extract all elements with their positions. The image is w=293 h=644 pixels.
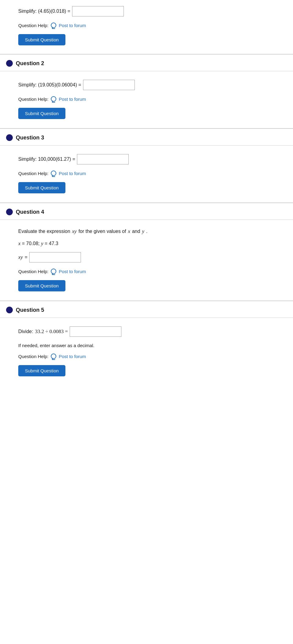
post-to-forum-link-4[interactable]: Post to forum (59, 269, 86, 274)
question-4-input[interactable] (29, 252, 81, 262)
question-3-help: Question Help: Post to forum (18, 171, 275, 176)
question-3-title: Question 3 (16, 135, 44, 141)
question-5-math-line: Divide: 33.2 ÷ 0.0083 = (18, 326, 275, 337)
question-5-dot (6, 307, 13, 313)
question-block-3: Question 3 Simplify: 100,000(61.27) = Qu… (0, 128, 293, 202)
submit-button-3[interactable]: Submit Question (18, 182, 65, 193)
question-4-dot (6, 209, 13, 215)
question-4-text-3: and (132, 229, 140, 234)
question-4-body-container: Evaluate the expression xy for the given… (0, 220, 293, 301)
question-2-input[interactable] (83, 80, 135, 90)
help-label-2: Question Help: (18, 97, 48, 102)
question-2-header: Question 2 (0, 55, 293, 71)
submit-button-1[interactable]: Submit Question (18, 34, 65, 45)
question-1-input[interactable] (72, 6, 124, 16)
submit-button-4[interactable]: Submit Question (18, 280, 65, 291)
help-label-4: Question Help: (18, 269, 48, 274)
submit-button-5[interactable]: Submit Question (18, 365, 65, 376)
help-label: Question Help: (18, 23, 48, 28)
question-4-x-val: x (18, 241, 21, 246)
question-5-title: Question 5 (16, 307, 44, 313)
question-2-help: Question Help: Post to forum (18, 96, 275, 102)
question-4-header: Question 4 (0, 203, 293, 220)
question-4-equals: = (25, 255, 27, 260)
q4-eq2: = 47.3 (43, 241, 58, 246)
question-2-dot (6, 60, 13, 67)
submit-button-2[interactable]: Submit Question (18, 108, 65, 119)
question-block-4: Question 4 Evaluate the expression xy fo… (0, 202, 293, 301)
question-3-body-container: Simplify: 100,000(61.27) = Question Help… (0, 146, 293, 202)
question-4-help: Question Help: Post to forum (18, 269, 275, 274)
forum-icon-5 (51, 354, 56, 359)
question-2-text: Simplify: (19.005)(0.06004) = (18, 82, 81, 88)
question-3-input[interactable] (77, 154, 129, 164)
question-2-body-container: Simplify: (19.005)(0.06004) = Question H… (0, 71, 293, 128)
question-4-math-line: Evaluate the expression xy for the given… (18, 228, 275, 234)
question-5-body-container: Divide: 33.2 ÷ 0.0083 = If needed, enter… (0, 318, 293, 385)
question-5-math-expr: 33.2 ÷ 0.0083 = (35, 329, 68, 335)
question-block-5: Question 5 Divide: 33.2 ÷ 0.0083 = If ne… (0, 301, 293, 385)
question-1-body: Simplify: (4.65)(0.018) = (18, 6, 275, 16)
question-2-title: Question 2 (16, 60, 44, 67)
question-4-text-2: for the given values of (78, 229, 126, 234)
question-4-xy-var: xy (72, 228, 77, 234)
question-5-text: Divide: (18, 329, 33, 334)
forum-icon-3 (51, 171, 56, 176)
question-1-help: Question Help: Post to forum (18, 23, 275, 28)
help-label-3: Question Help: (18, 171, 48, 176)
post-to-forum-link-1[interactable]: Post to forum (59, 23, 86, 28)
post-to-forum-link-5[interactable]: Post to forum (59, 354, 86, 359)
question-4-y-var: y (142, 228, 145, 234)
post-to-forum-link-2[interactable]: Post to forum (59, 97, 86, 102)
question-5-header: Question 5 (0, 301, 293, 318)
question-4-values-line: x = 70.08; y = 47.3 (18, 241, 275, 247)
question-3-math-line: Simplify: 100,000(61.27) = (18, 154, 275, 164)
question-4-text-1: Evaluate the expression (18, 229, 70, 234)
question-4-answer-line: xy = (18, 252, 275, 262)
forum-icon (51, 23, 56, 28)
question-block-2: Question 2 Simplify: (19.005)(0.06004) =… (0, 54, 293, 128)
question-1-text: Simplify: (4.65)(0.018) = (18, 9, 70, 14)
question-5-extra: If needed, enter answer as a decimal. (18, 343, 275, 348)
question-5-help: Question Help: Post to forum (18, 354, 275, 359)
question-3-text: Simplify: 100,000(61.27) = (18, 157, 75, 162)
question-4-xy-label: xy (18, 254, 23, 260)
question-5-input[interactable] (70, 326, 121, 337)
question-4-period: . (146, 229, 147, 234)
question-1-partial: Simplify: (4.65)(0.018) = Question Help:… (0, 0, 293, 54)
q4-eq1: = 70.08; (21, 241, 41, 246)
forum-icon-2 (51, 96, 56, 102)
question-3-header: Question 3 (0, 129, 293, 146)
forum-icon-4 (51, 269, 56, 274)
help-label-5: Question Help: (18, 354, 48, 359)
question-4-x-var: x (128, 228, 130, 234)
question-2-math-line: Simplify: (19.005)(0.06004) = (18, 80, 275, 90)
question-4-title: Question 4 (16, 209, 44, 215)
question-3-dot (6, 134, 13, 141)
post-to-forum-link-3[interactable]: Post to forum (59, 171, 86, 176)
